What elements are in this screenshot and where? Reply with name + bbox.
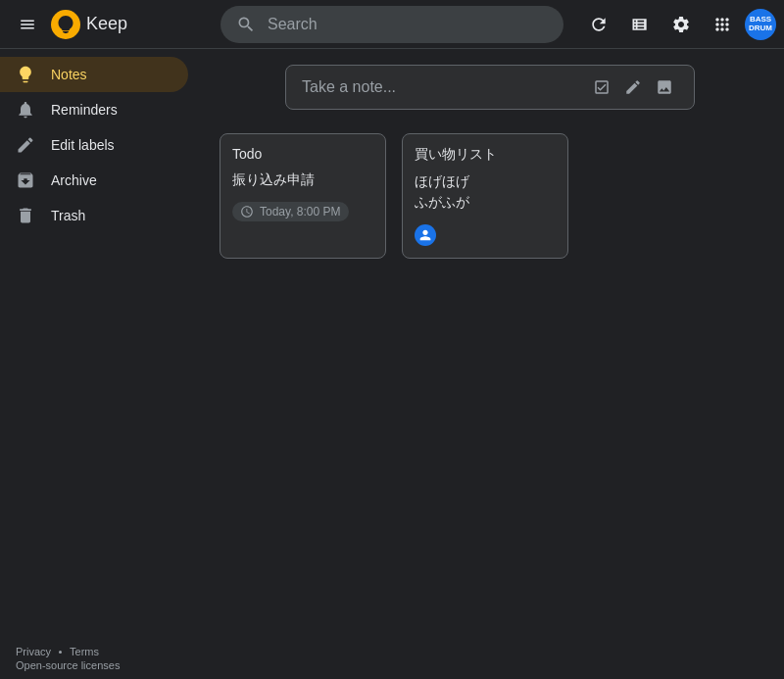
keep-logo-icon <box>51 10 80 39</box>
note-input-placeholder: Take a note... <box>302 78 588 96</box>
search-bar-container: Search <box>204 6 580 43</box>
search-icon <box>236 15 256 34</box>
header-left: Keep <box>8 5 204 44</box>
note-card[interactable]: Todo 振り込み申請 Today, 8:00 PM <box>220 133 386 259</box>
archive-icon <box>16 170 35 190</box>
list-view-button[interactable] <box>621 5 659 44</box>
svg-rect-1 <box>63 30 69 32</box>
footer-links: Privacy Terms <box>16 646 768 657</box>
image-note-button[interactable] <box>651 73 678 101</box>
note-input-actions <box>588 73 678 101</box>
sidebar-trash-label: Trash <box>51 208 85 223</box>
note-body: 振り込み申請 <box>232 170 373 190</box>
header: Keep Search <box>0 0 784 49</box>
search-bar[interactable]: Search <box>220 6 564 43</box>
search-placeholder: Search <box>268 16 318 33</box>
note-title: Todo <box>232 146 373 162</box>
main-area: Notes Reminders Edit labels <box>0 49 784 638</box>
bell-icon <box>16 100 35 120</box>
open-source-link[interactable]: Open-source licenses <box>16 659 768 671</box>
content-area: Take a note... <box>196 49 784 638</box>
trash-icon <box>16 206 35 225</box>
footer-dot <box>59 651 62 654</box>
apps-button[interactable] <box>704 5 741 44</box>
note-input-bar[interactable]: Take a note... <box>285 65 695 110</box>
refresh-button[interactable] <box>580 5 617 44</box>
checkbox-note-button[interactable] <box>588 73 615 101</box>
footer: Privacy Terms Open-source licenses <box>0 638 784 679</box>
sidebar-item-edit-labels[interactable]: Edit labels <box>0 127 188 163</box>
sidebar-reminders-label: Reminders <box>51 102 118 118</box>
notes-grid: Todo 振り込み申請 Today, 8:00 PM 買い物リスト ほげほげふが… <box>212 133 768 259</box>
settings-button[interactable] <box>662 5 700 44</box>
sidebar: Notes Reminders Edit labels <box>0 49 196 638</box>
reminder-text: Today, 8:00 PM <box>260 205 341 218</box>
sidebar-archive-label: Archive <box>51 172 97 188</box>
user-avatar-text: BASSDRUM <box>749 16 772 33</box>
terms-link[interactable]: Terms <box>70 646 99 657</box>
app-title: Keep <box>86 14 127 34</box>
note-title: 買い物リスト <box>415 146 556 164</box>
sidebar-notes-label: Notes <box>51 67 87 82</box>
sidebar-item-archive[interactable]: Archive <box>0 163 188 198</box>
note-body: ほげほげふがふが <box>415 171 556 213</box>
note-avatar <box>415 224 436 246</box>
user-avatar[interactable]: BASSDRUM <box>745 9 776 40</box>
note-card[interactable]: 買い物リスト ほげほげふがふが <box>402 133 568 259</box>
draw-note-button[interactable] <box>619 73 647 101</box>
sidebar-item-notes[interactable]: Notes <box>0 57 188 92</box>
sidebar-item-trash[interactable]: Trash <box>0 198 188 233</box>
lightbulb-icon <box>16 65 35 84</box>
header-right: BASSDRUM <box>580 5 776 44</box>
privacy-link[interactable]: Privacy <box>16 646 51 657</box>
note-reminder: Today, 8:00 PM <box>232 202 349 221</box>
logo-area: Keep <box>51 10 127 39</box>
pencil-icon <box>16 135 35 155</box>
sidebar-item-reminders[interactable]: Reminders <box>0 92 188 127</box>
menu-button[interactable] <box>8 5 47 44</box>
sidebar-edit-labels-label: Edit labels <box>51 137 115 153</box>
